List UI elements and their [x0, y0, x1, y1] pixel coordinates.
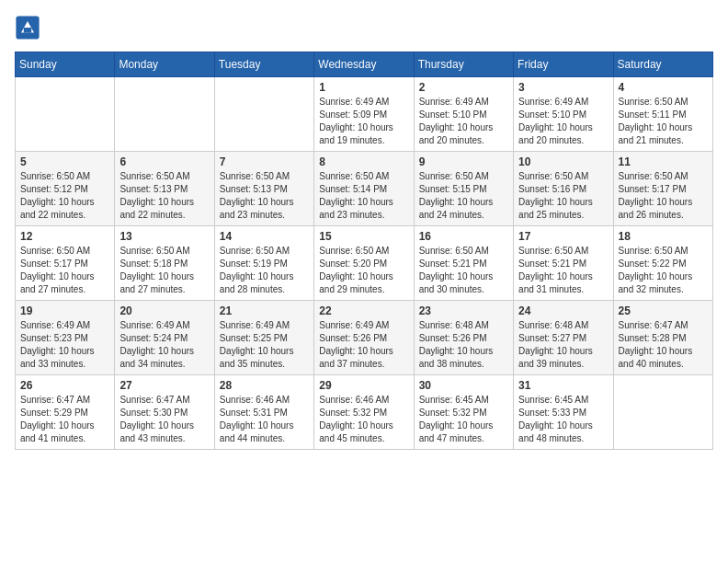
day-number: 4 [619, 81, 708, 94]
calendar-cell: 25Sunrise: 6:47 AM Sunset: 5:28 PM Dayli… [613, 301, 712, 375]
day-number: 9 [419, 155, 508, 168]
calendar-week-row: 26Sunrise: 6:47 AM Sunset: 5:29 PM Dayli… [16, 375, 713, 450]
day-info: Sunrise: 6:49 AM Sunset: 5:10 PM Dayligh… [419, 96, 508, 147]
day-number: 20 [119, 304, 209, 317]
calendar-cell: 14Sunrise: 6:50 AM Sunset: 5:19 PM Dayli… [214, 226, 313, 301]
calendar-cell: 8Sunrise: 6:50 AM Sunset: 5:14 PM Daylig… [314, 152, 414, 226]
calendar-cell [613, 375, 712, 450]
day-number: 27 [119, 379, 209, 392]
day-number: 30 [419, 379, 508, 392]
day-number: 1 [319, 81, 408, 94]
calendar-body: 1Sunrise: 6:49 AM Sunset: 5:09 PM Daylig… [16, 77, 713, 450]
header-row: SundayMondayTuesdayWednesdayThursdayFrid… [16, 52, 713, 77]
calendar-week-row: 5Sunrise: 6:50 AM Sunset: 5:12 PM Daylig… [16, 152, 713, 226]
day-info: Sunrise: 6:49 AM Sunset: 5:10 PM Dayligh… [518, 96, 608, 147]
day-info: Sunrise: 6:46 AM Sunset: 5:31 PM Dayligh… [220, 394, 309, 445]
day-number: 8 [319, 155, 408, 168]
calendar-table: SundayMondayTuesdayWednesdayThursdayFrid… [15, 52, 713, 450]
calendar-cell: 21Sunrise: 6:49 AM Sunset: 5:25 PM Dayli… [214, 301, 313, 375]
calendar-cell: 5Sunrise: 6:50 AM Sunset: 5:12 PM Daylig… [16, 152, 115, 226]
header-day: Thursday [414, 52, 513, 77]
calendar-cell: 12Sunrise: 6:50 AM Sunset: 5:17 PM Dayli… [16, 226, 115, 301]
day-number: 29 [319, 379, 408, 392]
day-info: Sunrise: 6:47 AM Sunset: 5:28 PM Dayligh… [619, 319, 708, 371]
day-info: Sunrise: 6:50 AM Sunset: 5:21 PM Dayligh… [419, 245, 508, 296]
calendar-cell [115, 77, 214, 152]
day-info: Sunrise: 6:48 AM Sunset: 5:27 PM Dayligh… [518, 319, 608, 371]
calendar-cell: 24Sunrise: 6:48 AM Sunset: 5:27 PM Dayli… [514, 301, 613, 375]
day-info: Sunrise: 6:50 AM Sunset: 5:20 PM Dayligh… [319, 245, 408, 296]
day-info: Sunrise: 6:50 AM Sunset: 5:15 PM Dayligh… [419, 170, 508, 222]
header-day: Monday [115, 52, 214, 77]
day-number: 5 [20, 155, 109, 168]
day-info: Sunrise: 6:49 AM Sunset: 5:26 PM Dayligh… [319, 319, 408, 371]
page-header [15, 15, 713, 40]
day-number: 17 [518, 230, 608, 243]
day-number: 24 [518, 304, 608, 317]
day-info: Sunrise: 6:45 AM Sunset: 5:33 PM Dayligh… [518, 394, 608, 445]
calendar-week-row: 1Sunrise: 6:49 AM Sunset: 5:09 PM Daylig… [16, 77, 713, 152]
day-number: 31 [518, 379, 608, 392]
calendar-cell: 16Sunrise: 6:50 AM Sunset: 5:21 PM Dayli… [414, 226, 513, 301]
day-info: Sunrise: 6:46 AM Sunset: 5:32 PM Dayligh… [319, 394, 408, 445]
day-number: 26 [20, 379, 109, 392]
day-number: 19 [20, 304, 109, 317]
day-number: 18 [619, 230, 708, 243]
calendar-cell: 10Sunrise: 6:50 AM Sunset: 5:16 PM Dayli… [514, 152, 613, 226]
calendar-cell: 4Sunrise: 6:50 AM Sunset: 5:11 PM Daylig… [613, 77, 712, 152]
header-day: Wednesday [314, 52, 414, 77]
day-info: Sunrise: 6:49 AM Sunset: 5:25 PM Dayligh… [220, 319, 309, 371]
calendar-cell: 26Sunrise: 6:47 AM Sunset: 5:29 PM Dayli… [16, 375, 115, 450]
calendar-cell: 3Sunrise: 6:49 AM Sunset: 5:10 PM Daylig… [514, 77, 613, 152]
calendar-cell: 22Sunrise: 6:49 AM Sunset: 5:26 PM Dayli… [314, 301, 414, 375]
calendar-cell: 11Sunrise: 6:50 AM Sunset: 5:17 PM Dayli… [613, 152, 712, 226]
logo-icon [15, 15, 40, 40]
calendar-cell: 2Sunrise: 6:49 AM Sunset: 5:10 PM Daylig… [414, 77, 513, 152]
day-info: Sunrise: 6:50 AM Sunset: 5:16 PM Dayligh… [518, 170, 608, 222]
calendar-cell [214, 77, 313, 152]
day-number: 12 [20, 230, 109, 243]
day-number: 23 [419, 304, 508, 317]
day-info: Sunrise: 6:50 AM Sunset: 5:19 PM Dayligh… [220, 245, 309, 296]
day-number: 6 [119, 155, 209, 168]
day-info: Sunrise: 6:50 AM Sunset: 5:17 PM Dayligh… [20, 245, 109, 296]
calendar-cell: 31Sunrise: 6:45 AM Sunset: 5:33 PM Dayli… [514, 375, 613, 450]
day-info: Sunrise: 6:47 AM Sunset: 5:30 PM Dayligh… [119, 394, 209, 445]
calendar-cell: 28Sunrise: 6:46 AM Sunset: 5:31 PM Dayli… [214, 375, 313, 450]
calendar-cell: 19Sunrise: 6:49 AM Sunset: 5:23 PM Dayli… [16, 301, 115, 375]
calendar-cell: 18Sunrise: 6:50 AM Sunset: 5:22 PM Dayli… [613, 226, 712, 301]
day-info: Sunrise: 6:49 AM Sunset: 5:23 PM Dayligh… [20, 319, 109, 371]
logo [15, 15, 42, 40]
calendar-cell: 13Sunrise: 6:50 AM Sunset: 5:18 PM Dayli… [115, 226, 214, 301]
calendar-cell: 27Sunrise: 6:47 AM Sunset: 5:30 PM Dayli… [115, 375, 214, 450]
header-day: Friday [514, 52, 613, 77]
day-number: 3 [518, 81, 608, 94]
day-number: 2 [419, 81, 508, 94]
day-number: 25 [619, 304, 708, 317]
day-info: Sunrise: 6:50 AM Sunset: 5:12 PM Dayligh… [20, 170, 109, 222]
day-info: Sunrise: 6:45 AM Sunset: 5:32 PM Dayligh… [419, 394, 508, 445]
calendar-cell: 17Sunrise: 6:50 AM Sunset: 5:21 PM Dayli… [514, 226, 613, 301]
day-number: 28 [220, 379, 309, 392]
day-info: Sunrise: 6:50 AM Sunset: 5:17 PM Dayligh… [619, 170, 708, 222]
calendar-cell: 29Sunrise: 6:46 AM Sunset: 5:32 PM Dayli… [314, 375, 414, 450]
calendar-cell: 7Sunrise: 6:50 AM Sunset: 5:13 PM Daylig… [214, 152, 313, 226]
day-info: Sunrise: 6:50 AM Sunset: 5:22 PM Dayligh… [619, 245, 708, 296]
calendar-cell: 20Sunrise: 6:49 AM Sunset: 5:24 PM Dayli… [115, 301, 214, 375]
day-info: Sunrise: 6:50 AM Sunset: 5:13 PM Dayligh… [119, 170, 209, 222]
day-number: 22 [319, 304, 408, 317]
calendar-cell: 23Sunrise: 6:48 AM Sunset: 5:26 PM Dayli… [414, 301, 513, 375]
day-info: Sunrise: 6:49 AM Sunset: 5:24 PM Dayligh… [119, 319, 209, 371]
header-day: Sunday [16, 52, 115, 77]
day-info: Sunrise: 6:50 AM Sunset: 5:11 PM Dayligh… [619, 96, 708, 147]
day-number: 7 [220, 155, 309, 168]
calendar-cell: 1Sunrise: 6:49 AM Sunset: 5:09 PM Daylig… [314, 77, 414, 152]
calendar-cell: 30Sunrise: 6:45 AM Sunset: 5:32 PM Dayli… [414, 375, 513, 450]
day-info: Sunrise: 6:50 AM Sunset: 5:18 PM Dayligh… [119, 245, 209, 296]
day-number: 21 [220, 304, 309, 317]
day-info: Sunrise: 6:48 AM Sunset: 5:26 PM Dayligh… [419, 319, 508, 371]
day-number: 11 [619, 155, 708, 168]
day-info: Sunrise: 6:50 AM Sunset: 5:14 PM Dayligh… [319, 170, 408, 222]
day-number: 13 [119, 230, 209, 243]
calendar-cell: 15Sunrise: 6:50 AM Sunset: 5:20 PM Dayli… [314, 226, 414, 301]
